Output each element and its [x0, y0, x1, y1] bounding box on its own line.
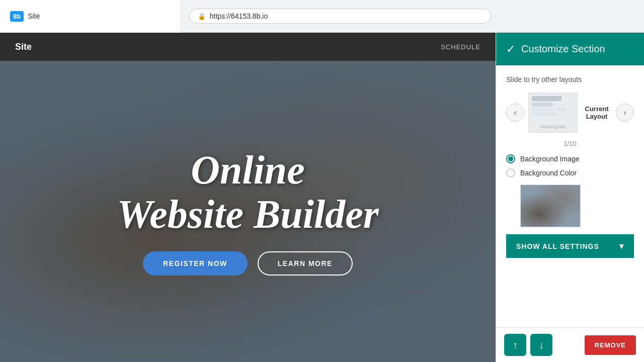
site-nav-title: Site	[15, 42, 32, 52]
hero-title: Online Website Builder	[117, 148, 379, 236]
main-area: Site SCHEDULE Online Website Builder REG…	[0, 33, 644, 362]
layout-preview-label: Heading text	[540, 124, 566, 129]
site-preview: Site SCHEDULE Online Website Builder REG…	[0, 33, 496, 362]
move-down-button[interactable]: ↓	[530, 334, 552, 356]
hero-section: Online Website Builder REGISTER NOW LEAR…	[0, 61, 496, 362]
bg-image-option[interactable]: Background Image	[506, 154, 634, 163]
panel-footer: ↑ ↓ REMOVE	[496, 327, 644, 362]
carousel-prev-button[interactable]: ‹	[506, 104, 524, 122]
tab-title: Site	[28, 12, 40, 20]
layout-label: CurrentLayout	[585, 105, 609, 120]
register-now-button[interactable]: REGISTER NOW	[143, 251, 248, 276]
carousel-next-button[interactable]: ›	[616, 104, 634, 122]
address-text: https://64153.8b.io	[210, 12, 268, 20]
layout-counter: 1/10	[506, 140, 634, 147]
tab-logo: 8b	[10, 11, 24, 22]
remove-button[interactable]: REMOVE	[585, 335, 636, 355]
hero-content: Online Website Builder REGISTER NOW LEAR…	[117, 148, 379, 276]
chevron-down-icon: ▾	[619, 241, 624, 251]
check-icon: ✓	[506, 43, 515, 56]
panel-header: ✓ Customize Section	[496, 33, 644, 65]
address-bar[interactable]: 🔒 https://64153.8b.io	[189, 9, 491, 24]
layout-carousel: ‹ Heading text CurrentLayout ›	[506, 93, 634, 133]
bg-color-option[interactable]: Background Color	[506, 168, 634, 177]
slide-text: Slide to try other layouts	[506, 75, 634, 83]
show-settings-label: SHOW ALL SETTINGS	[516, 242, 599, 250]
site-nav-links: SCHEDULE	[441, 43, 480, 51]
nav-link-schedule[interactable]: SCHEDULE	[441, 43, 480, 51]
browser-tab[interactable]: 8b Site	[0, 0, 181, 33]
lock-icon: 🔒	[198, 13, 206, 20]
hero-buttons: REGISTER NOW LEARN MORE	[143, 251, 353, 276]
layout-preview: Heading text	[528, 93, 578, 133]
footer-arrows: ↑ ↓	[504, 334, 552, 356]
bg-color-label: Background Color	[520, 169, 577, 177]
bg-thumbnail[interactable]	[520, 185, 581, 227]
bg-image-radio[interactable]	[506, 154, 515, 163]
panel-body: Slide to try other layouts ‹ Heading tex…	[496, 65, 644, 327]
site-nav: Site SCHEDULE	[0, 33, 496, 61]
browser-bar: 8b Site 🔒 https://64153.8b.io	[0, 0, 644, 33]
learn-more-button[interactable]: LEARN MORE	[258, 251, 353, 276]
bg-image-label: Background Image	[520, 155, 580, 163]
layout-label-container: CurrentLayout	[582, 105, 612, 120]
background-options: Background Image Background Color	[506, 154, 634, 177]
panel-title: Customize Section	[521, 43, 605, 55]
move-up-button[interactable]: ↑	[504, 334, 526, 356]
show-all-settings-button[interactable]: SHOW ALL SETTINGS ▾	[506, 234, 634, 258]
right-panel: ✓ Customize Section Slide to try other l…	[496, 33, 644, 362]
bg-color-radio[interactable]	[506, 168, 515, 177]
